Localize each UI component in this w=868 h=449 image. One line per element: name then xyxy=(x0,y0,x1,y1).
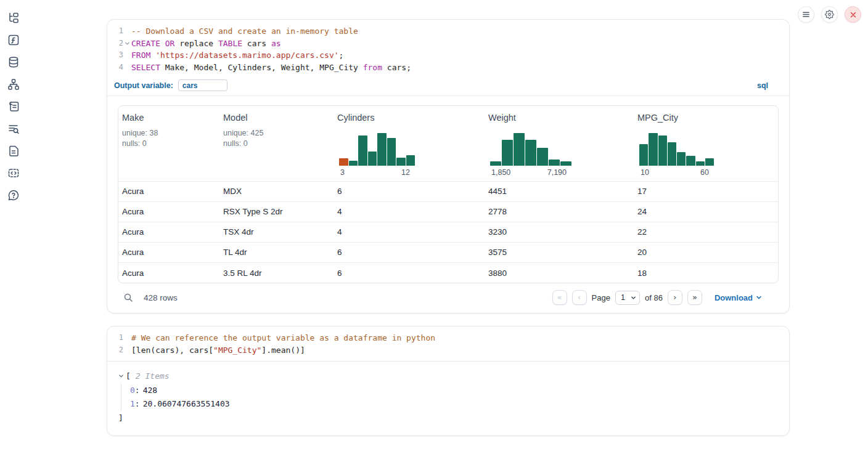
page-select[interactable]: 1 xyxy=(615,291,640,305)
histogram-bar xyxy=(368,152,377,166)
chevron-down-icon xyxy=(631,295,636,301)
table-cell: Acura xyxy=(118,262,219,283)
table-cell: TL 4dr xyxy=(219,242,334,262)
table-cell: 3575 xyxy=(485,242,634,262)
file-tree-icon xyxy=(7,12,20,24)
tree-header: [2 Items xyxy=(118,370,789,382)
histogram-bar xyxy=(658,136,667,166)
output-variable-label: Output variable: xyxy=(114,81,173,90)
sidebar-button-help[interactable] xyxy=(6,188,21,202)
search-icon xyxy=(123,293,133,302)
sidebar-button-snippets[interactable] xyxy=(6,166,21,180)
code-token: Make, Model, Cylinders, Weight, MPG_City xyxy=(160,63,363,72)
table-cell: 2778 xyxy=(485,201,634,222)
histogram: 312 xyxy=(339,133,415,177)
table-cell: 6 xyxy=(334,242,485,262)
entry-key: 0 xyxy=(130,386,135,395)
sidebar-button-scratchpad[interactable] xyxy=(6,100,21,113)
page-total-label: of 86 xyxy=(645,293,663,302)
table-cell: Acura xyxy=(118,201,219,222)
first-page-button[interactable]: « xyxy=(552,290,567,305)
code-line: 2[len(cars), cars["MPG_City"].mean()] xyxy=(107,344,789,357)
code-text: # We can reference the output variable a… xyxy=(131,332,435,344)
table-cell: 18 xyxy=(634,262,778,283)
open-bracket: [ xyxy=(126,370,131,382)
table-cell: 4 xyxy=(334,201,485,222)
line-number: 3 xyxy=(107,49,123,62)
sidebar-button-logs[interactable] xyxy=(6,122,21,136)
table-cell: Acura xyxy=(118,181,219,201)
notebook: 1-- Download a CSV and create an in-memo… xyxy=(107,19,790,436)
last-page-button[interactable]: » xyxy=(687,290,702,305)
tree-entry: 1:20.060747663551403 xyxy=(130,397,789,411)
shutdown-button[interactable] xyxy=(845,6,861,23)
download-button[interactable]: Download xyxy=(714,293,762,302)
histogram-bars xyxy=(339,133,415,166)
close-icon xyxy=(850,11,857,18)
language-badge[interactable]: sql xyxy=(757,81,768,90)
close-bracket: ] xyxy=(118,412,789,424)
histogram-bar xyxy=(560,161,571,166)
next-page-button[interactable]: › xyxy=(668,290,682,305)
code-token: TABLE xyxy=(218,39,242,48)
column-stat: unique: 425 xyxy=(223,128,330,139)
column-name: Model xyxy=(223,113,330,123)
histogram-bar xyxy=(387,138,396,166)
output-variable-input[interactable] xyxy=(178,79,227,91)
line-number: 4 xyxy=(107,62,123,74)
table-cell: Acura xyxy=(118,222,219,242)
code-editor[interactable]: 1-- Download a CSV and create an in-memo… xyxy=(107,20,789,78)
python-cell-output: [2 Items0:4281:20.060747663551403] xyxy=(107,362,789,435)
histogram-bar xyxy=(696,161,705,166)
table-search-button[interactable] xyxy=(123,293,133,302)
histogram-bar xyxy=(686,156,695,166)
sidebar-button-file-tree[interactable] xyxy=(6,11,21,25)
menu-button[interactable] xyxy=(798,6,814,23)
table-cell: RSX Type S 2dr xyxy=(219,201,334,222)
column-stat: nulls: 0 xyxy=(122,139,216,149)
tree-entries: 0:4281:20.060747663551403 xyxy=(121,384,789,411)
variables-icon xyxy=(7,34,20,46)
histogram-bar xyxy=(349,161,358,166)
sidebar-button-dependency-graph[interactable] xyxy=(6,78,21,91)
table-row: AcuraRSX Type S 2dr4277824 xyxy=(118,201,778,222)
axis-min-label: 10 xyxy=(641,168,649,177)
histogram-bar xyxy=(668,142,676,166)
axis-max-label: 12 xyxy=(401,168,410,177)
sidebar-button-datasources[interactable] xyxy=(6,55,21,69)
entry-colon: : xyxy=(135,386,140,395)
code-token: 'https://datasets.marimo.app/cars.csv' xyxy=(155,51,338,60)
code-token: ].mean()] xyxy=(261,346,305,355)
table-cell: TSX 4dr xyxy=(219,222,334,242)
column-header-weight: Weight1,8507,190 xyxy=(485,106,634,181)
column-stat: unique: 38 xyxy=(122,128,216,139)
documentation-icon xyxy=(7,145,20,157)
code-editor[interactable]: 1# We can reference the output variable … xyxy=(107,326,789,361)
table-cell: 6 xyxy=(334,262,485,283)
column-header-cylinders: Cylinders312 xyxy=(334,106,485,181)
collapse-chevron-icon[interactable] xyxy=(118,373,124,379)
dataframe-table: Makeunique: 38nulls: 0Modelunique: 425nu… xyxy=(118,105,779,283)
code-token: -- Download a CSV and create an in-memor… xyxy=(131,26,358,36)
code-line: 3FROM 'https://datasets.marimo.app/cars.… xyxy=(107,49,789,62)
sidebar-button-documentation[interactable] xyxy=(6,144,21,158)
fold-chevron-icon[interactable] xyxy=(125,41,130,46)
code-token: cars; xyxy=(382,63,411,72)
histogram-bar xyxy=(358,136,367,166)
dependency-graph-icon xyxy=(7,78,20,91)
histogram-axis-labels: 1,8507,190 xyxy=(490,168,571,177)
column-header-make: Makeunique: 38nulls: 0 xyxy=(118,106,219,181)
column-name: Cylinders xyxy=(337,113,481,123)
sidebar xyxy=(0,0,27,449)
table-cell: 4 xyxy=(334,222,485,242)
code-line: 1# We can reference the output variable … xyxy=(107,332,789,344)
settings-button[interactable] xyxy=(821,6,838,23)
code-token: SELECT xyxy=(131,63,160,72)
prev-page-button[interactable]: ‹ xyxy=(572,290,587,305)
sidebar-button-variables[interactable] xyxy=(6,33,21,47)
menu-icon xyxy=(802,10,810,18)
column-stat: nulls: 0 xyxy=(223,139,330,149)
histogram-bar xyxy=(705,158,714,166)
code-token: cars xyxy=(242,39,271,48)
download-label: Download xyxy=(714,293,753,302)
